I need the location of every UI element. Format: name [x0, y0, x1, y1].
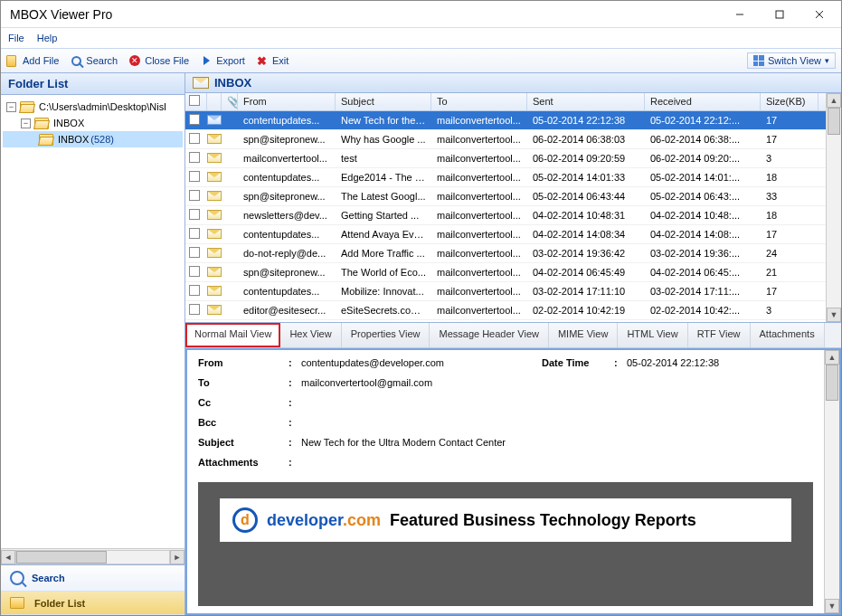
cell-sent: 05-02-2014 22:12:38 [527, 115, 645, 126]
cell-received: 05-02-2014 22:12:... [645, 115, 761, 126]
cell-sent: 06-02-2014 09:20:59 [527, 153, 645, 164]
tree-hscrollbar[interactable]: ◄ ► [1, 548, 184, 564]
tab-rtf-view[interactable]: RTF View [688, 323, 751, 347]
tree-inbox-child[interactable]: INBOX (528) [3, 131, 183, 147]
search-button[interactable]: Search [70, 54, 118, 67]
table-row[interactable]: contentupdates...Edge2014 - The P...mail… [185, 168, 826, 187]
row-checkbox[interactable] [189, 247, 200, 258]
tab-attachments[interactable]: Attachments [751, 323, 825, 347]
exit-button[interactable]: ✖Exit [256, 54, 289, 67]
row-checkbox[interactable] [189, 133, 200, 144]
table-row[interactable]: contentupdates...New Tech for the ...mai… [185, 111, 826, 130]
panel-tab-search[interactable]: Search [1, 565, 184, 592]
table-row[interactable]: do-not-reply@de...Add More Traffic ...ma… [185, 244, 826, 263]
cell-from: spn@sitepronew... [238, 134, 336, 145]
menubar: File Help [1, 28, 841, 48]
value-bcc [301, 417, 813, 428]
col-flag[interactable] [207, 93, 222, 110]
mail-icon [207, 115, 222, 125]
row-checkbox[interactable] [189, 304, 200, 315]
collapse-icon[interactable]: − [21, 118, 31, 128]
row-checkbox[interactable] [189, 114, 200, 125]
cell-to: mailconvertertool... [431, 229, 527, 240]
tab-properties-view[interactable]: Properties View [342, 323, 430, 347]
cell-to: mailconvertertool... [431, 267, 527, 278]
add-file-button[interactable]: Add File [6, 54, 59, 67]
row-checkbox[interactable] [189, 152, 200, 163]
menu-file[interactable]: File [8, 33, 24, 43]
cell-received: 04-02-2014 14:08:... [645, 229, 761, 240]
message-body: d developer.com Featured Business Techno… [198, 482, 813, 606]
close-file-button[interactable]: ✕Close File [128, 54, 189, 67]
grid-vscrollbar[interactable]: ▲ ▼ [826, 93, 841, 322]
scroll-down-button[interactable]: ▼ [827, 308, 841, 322]
tree-inbox[interactable]: − INBOX [3, 115, 183, 131]
export-button[interactable]: Export [200, 54, 245, 67]
scroll-left-button[interactable]: ◄ [1, 550, 15, 564]
col-to[interactable]: To [431, 93, 527, 110]
scroll-thumb[interactable] [826, 365, 838, 401]
col-subject[interactable]: Subject [336, 93, 431, 110]
cell-size: 17 [761, 134, 818, 145]
search-icon [10, 571, 24, 585]
scroll-down-button[interactable]: ▼ [825, 599, 839, 613]
row-checkbox[interactable] [189, 285, 200, 296]
mail-icon [207, 134, 222, 144]
preview-vscrollbar[interactable]: ▲ ▼ [824, 350, 839, 613]
table-row[interactable]: contentupdates...Mobilize: Innovat...mai… [185, 282, 826, 301]
toolbar: Add File Search ✕Close File Export ✖Exit… [1, 48, 841, 73]
table-row[interactable]: newsletters@dev...Getting Started ...mai… [185, 206, 826, 225]
table-row[interactable]: spn@sitepronew...The World of Eco...mail… [185, 263, 826, 282]
col-received[interactable]: Received [645, 93, 761, 110]
table-row[interactable]: mailconvertertool...testmailconvertertoo… [185, 149, 826, 168]
tab-normal-mail-view[interactable]: Normal Mail View [185, 323, 280, 347]
col-from[interactable]: From [238, 93, 336, 110]
scroll-up-button[interactable]: ▲ [825, 350, 839, 365]
table-row[interactable]: spn@sitepronew...Why has Google ...mailc… [185, 130, 826, 149]
row-checkbox[interactable] [189, 171, 200, 182]
mail-icon [207, 267, 222, 277]
inbox-header: INBOX [185, 73, 841, 93]
mail-icon [207, 153, 222, 163]
scroll-up-button[interactable]: ▲ [827, 93, 841, 108]
cell-received: 06-02-2014 06:38:... [645, 134, 761, 145]
table-row[interactable]: contentupdates...Attend Avaya Evo...mail… [185, 225, 826, 244]
folder-tree[interactable]: − C:\Users\admin\Desktop\Nisl − INBOX IN… [1, 95, 184, 151]
mail-icon [207, 210, 222, 220]
scroll-thumb[interactable] [828, 108, 840, 135]
table-row[interactable]: editor@esitesecr...eSiteSecrets.com ...m… [185, 301, 826, 320]
cell-received: 04-02-2014 06:45:... [645, 267, 761, 278]
cell-to: mailconvertertool... [431, 153, 527, 164]
cell-subject: Attend Avaya Evo... [336, 229, 431, 240]
row-checkbox[interactable] [189, 190, 200, 201]
cell-from: mailconvertertool... [238, 153, 336, 164]
maximize-button[interactable] [760, 2, 799, 27]
col-attachment[interactable]: 📎 [222, 93, 238, 110]
cell-size: 17 [761, 115, 818, 126]
collapse-icon[interactable]: − [6, 102, 16, 112]
mail-icon [207, 286, 222, 296]
row-checkbox[interactable] [189, 228, 200, 239]
cell-sent: 03-02-2014 19:36:42 [527, 248, 645, 259]
panel-tab-folder-list[interactable]: Folder List [1, 592, 184, 615]
value-from: contentupdates@developer.com [301, 357, 542, 368]
tab-message-header-view[interactable]: Message Header View [430, 323, 548, 347]
row-checkbox[interactable] [189, 209, 200, 220]
tree-root[interactable]: − C:\Users\admin\Desktop\Nisl [3, 99, 183, 115]
table-row[interactable]: spn@sitepronew...The Latest Googl...mail… [185, 187, 826, 206]
close-button[interactable] [799, 2, 839, 27]
row-checkbox[interactable] [189, 266, 200, 277]
col-sent[interactable]: Sent [527, 93, 645, 110]
scroll-thumb[interactable] [16, 551, 107, 564]
tab-html-view[interactable]: HTML View [618, 323, 687, 347]
scroll-right-button[interactable]: ► [170, 550, 184, 564]
minimize-button[interactable] [720, 2, 760, 27]
tab-hex-view[interactable]: Hex View [280, 323, 341, 347]
col-checkbox[interactable] [185, 93, 207, 110]
menu-help[interactable]: Help [37, 33, 58, 43]
col-size[interactable]: Size(KB) [761, 93, 818, 110]
cell-size: 18 [761, 210, 818, 221]
switch-view-button[interactable]: Switch View ▾ [747, 52, 836, 69]
tab-mime-view[interactable]: MIME View [549, 323, 618, 347]
cell-received: 03-02-2014 17:11:... [645, 286, 761, 297]
